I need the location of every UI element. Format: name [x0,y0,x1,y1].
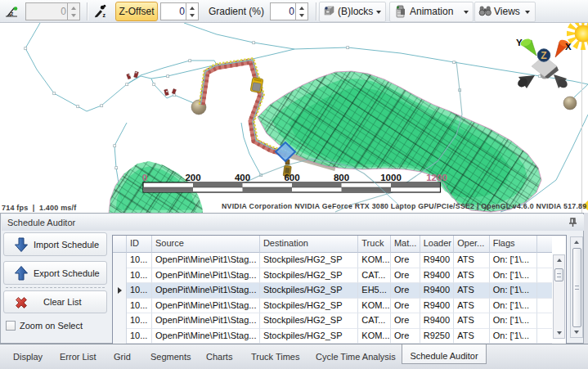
svg-text:Z: Z [541,50,546,61]
svg-text:1200: 1200 [426,173,447,182]
svg-text:z: z [11,11,14,16]
svg-text:600: 600 [284,173,299,182]
svg-text:Y: Y [516,38,523,47]
svg-text:400: 400 [235,173,250,182]
svg-text:z: z [103,12,106,18]
svg-text:0: 0 [142,173,147,182]
svg-text:800: 800 [334,173,349,182]
svg-text:200: 200 [185,173,200,182]
svg-text:1000: 1000 [380,173,402,182]
